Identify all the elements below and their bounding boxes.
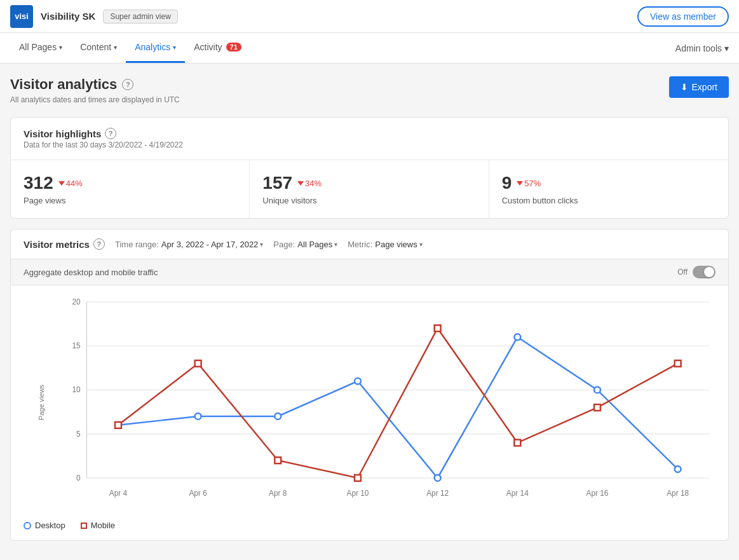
desktop-legend-label: Desktop — [35, 521, 65, 530]
export-label: Export — [692, 82, 717, 92]
top-bar: visi Visibility SK Super admin view View… — [0, 0, 739, 33]
stat-number: 312 — [24, 173, 53, 193]
change-value: 34% — [305, 179, 322, 188]
highlights-title-text: Visitor highlights — [24, 128, 101, 139]
svg-point-20 — [195, 413, 201, 420]
nav-left: All Pages ▾ Content ▾ Analytics ▾ Activi… — [10, 33, 250, 63]
stat-label-unique-visitors: Unique visitors — [262, 196, 475, 205]
svg-text:Apr 10: Apr 10 — [346, 489, 369, 498]
stat-number: 9 — [502, 173, 512, 193]
toggle-right: Off — [677, 266, 715, 278]
chart-area: Page views 20 15 10 5 — [11, 285, 728, 516]
help-icon[interactable]: ? — [122, 79, 133, 90]
stat-value-page-views: 312 44% — [24, 173, 236, 193]
svg-point-21 — [275, 413, 281, 420]
export-button[interactable]: ⬇ Export — [669, 76, 729, 98]
svg-text:Apr 6: Apr 6 — [189, 489, 207, 498]
toggle-label: Aggregate desktop and mobile traffic — [24, 268, 158, 277]
nav-item-analytics[interactable]: Analytics ▾ — [126, 33, 185, 63]
metrics-title-text: Visitor metrics — [24, 239, 90, 250]
stat-label-page-views: Page views — [24, 196, 236, 205]
svg-rect-33 — [594, 404, 600, 411]
metric-filter: Metric: Page views ▾ — [348, 240, 422, 249]
svg-text:5: 5 — [76, 430, 81, 439]
svg-text:20: 20 — [72, 297, 81, 306]
highlights-title: Visitor highlights ? — [24, 128, 715, 139]
admin-tools-menu[interactable]: Admin tools ▾ — [675, 43, 729, 53]
visitor-highlights-card: Visitor highlights ? Data for the last 3… — [10, 117, 729, 219]
svg-rect-28 — [195, 360, 201, 367]
mobile-legend-label: Mobile — [91, 521, 115, 530]
chart-wrapper: Page views 20 15 10 5 — [24, 296, 715, 509]
svg-point-23 — [435, 475, 441, 481]
page-filter: Page: All Pages ▾ — [273, 240, 337, 249]
svg-text:Apr 14: Apr 14 — [506, 489, 529, 498]
svg-text:Apr 18: Apr 18 — [667, 489, 689, 498]
activity-badge: 71 — [226, 43, 241, 51]
desktop-legend-icon — [24, 522, 31, 529]
nav-item-all-pages[interactable]: All Pages ▾ — [10, 33, 71, 63]
chevron-down-icon: ▾ — [724, 43, 729, 53]
super-admin-badge: Super admin view — [103, 10, 177, 24]
metric-filter-label: Metric: — [348, 240, 372, 249]
stat-change: 44% — [58, 179, 83, 188]
nav-item-content[interactable]: Content ▾ — [71, 33, 126, 63]
chevron-down-icon: ▾ — [59, 44, 62, 51]
nav-label-activity: Activity — [194, 42, 222, 52]
metrics-header: Visitor metrics ? Time range: Apr 3, 202… — [11, 229, 728, 259]
chevron-down-icon: ▾ — [419, 241, 423, 248]
svg-rect-31 — [435, 325, 441, 332]
svg-point-22 — [355, 378, 361, 385]
time-range-value[interactable]: Apr 3, 2022 - Apr 17, 2022 ▾ — [161, 240, 264, 249]
nav-label-analytics: Analytics — [135, 42, 170, 52]
logo: visi — [10, 5, 33, 28]
time-range-label: Time range: — [115, 240, 159, 249]
view-as-member-button[interactable]: View as member — [637, 6, 729, 27]
svg-text:Apr 16: Apr 16 — [586, 489, 608, 498]
change-value: 44% — [66, 179, 83, 188]
metric-filter-value[interactable]: Page views ▾ — [375, 240, 422, 249]
stat-change: 34% — [297, 179, 322, 188]
metrics-title: Visitor metrics ? — [24, 238, 105, 250]
svg-rect-34 — [675, 360, 681, 367]
svg-text:Apr 12: Apr 12 — [426, 489, 449, 498]
triangle-down-icon — [297, 181, 304, 186]
toggle-state-label: Off — [677, 268, 688, 277]
help-icon[interactable]: ? — [93, 238, 105, 250]
change-value: 57% — [524, 179, 541, 188]
page-title: Visitor analytics ? — [10, 76, 180, 93]
svg-rect-27 — [115, 422, 121, 428]
time-range-filter: Time range: Apr 3, 2022 - Apr 17, 2022 ▾ — [115, 240, 263, 249]
line-chart: 20 15 10 5 0 Apr 4 Apr 6 Apr 8 Apr 10 Ap… — [55, 296, 715, 509]
nav-label-all-pages: All Pages — [19, 42, 57, 52]
nav-label-content: Content — [80, 42, 111, 52]
metric-filter-text: Page views — [375, 240, 417, 249]
nav-bar: All Pages ▾ Content ▾ Analytics ▾ Activi… — [0, 33, 739, 64]
logo-text: visi — [15, 11, 29, 21]
svg-text:15: 15 — [72, 341, 81, 350]
download-icon: ⬇ — [681, 82, 688, 92]
page-subtitle: All analytics dates and times are displa… — [10, 95, 180, 104]
page-title-text: Visitor analytics — [10, 76, 117, 93]
svg-point-24 — [514, 334, 520, 340]
stat-number: 157 — [262, 173, 292, 193]
mobile-legend-icon — [81, 522, 87, 529]
admin-tools-label: Admin tools — [675, 43, 722, 53]
highlights-stats: 312 44% Page views 157 34% Unique visit — [11, 160, 728, 218]
svg-text:Apr 4: Apr 4 — [109, 489, 128, 498]
time-range-text: Apr 3, 2022 - Apr 17, 2022 — [161, 240, 259, 249]
nav-item-activity[interactable]: Activity 71 — [185, 33, 250, 63]
chart-y-label: Page views — [37, 385, 45, 420]
aggregate-toggle[interactable] — [693, 266, 715, 278]
top-bar-left: visi Visibility SK Super admin view — [10, 5, 178, 28]
svg-rect-32 — [514, 440, 520, 446]
help-icon[interactable]: ? — [105, 128, 116, 139]
stat-value-custom-clicks: 9 57% — [502, 173, 715, 193]
highlights-header: Visitor highlights ? Data for the last 3… — [11, 118, 728, 154]
triangle-down-icon — [58, 181, 65, 186]
toggle-row: Aggregate desktop and mobile traffic Off — [11, 259, 728, 285]
page-filter-text: All Pages — [297, 240, 332, 249]
page-filter-value[interactable]: All Pages ▾ — [297, 240, 337, 249]
svg-rect-30 — [355, 475, 361, 481]
legend-desktop: Desktop — [24, 521, 65, 530]
